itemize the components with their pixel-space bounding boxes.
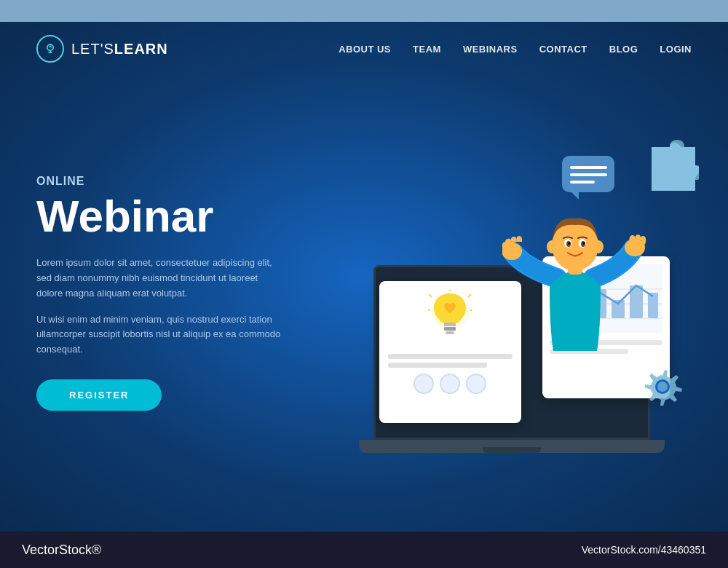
bottom-bar: VectorStock® VectorStock.com/43460351	[0, 532, 728, 568]
svg-point-39	[657, 382, 668, 392]
logo-text: LET'SLEARN	[71, 41, 168, 58]
chat-bubble-icon	[561, 154, 619, 205]
watermark-left: VectorStock®	[22, 543, 101, 558]
laptop-base	[359, 440, 665, 453]
logo-icon	[36, 35, 64, 63]
nav-webinars[interactable]: WEBINARS	[463, 44, 518, 55]
svg-rect-19	[444, 327, 456, 331]
person-illustration	[502, 184, 648, 424]
svg-point-35	[583, 242, 585, 245]
nav-login[interactable]: LOGIN	[660, 44, 692, 55]
gear-settings-icon	[641, 363, 684, 409]
svg-rect-16	[648, 293, 658, 318]
hero-subtitle: ONLINE	[36, 175, 331, 188]
svg-point-37	[593, 240, 604, 253]
puzzle-icon	[644, 140, 699, 197]
svg-rect-20	[446, 331, 454, 334]
logo: LET'SLEARN	[36, 35, 168, 63]
navbar: LET'SLEARN ABOUT US TEAM WEBINARS CONTAC…	[0, 22, 728, 76]
hero-section: ONLINE Webinar Lorem ipsum dolor sit ame…	[0, 76, 728, 532]
svg-line-23	[468, 294, 471, 297]
nav-about[interactable]: ABOUT US	[339, 44, 391, 55]
main-section: LET'SLEARN ABOUT US TEAM WEBINARS CONTAC…	[0, 22, 728, 532]
hero-left: ONLINE Webinar Lorem ipsum dolor sit ame…	[36, 175, 331, 411]
nav-blog[interactable]: BLOG	[609, 44, 638, 55]
svg-point-34	[569, 242, 571, 245]
nav-links: ABOUT US TEAM WEBINARS CONTACT BLOG LOGI…	[339, 44, 692, 55]
svg-rect-18	[444, 323, 456, 326]
register-button[interactable]: REGISTER	[36, 379, 162, 411]
hero-desc1: Lorem ipsum dolor sit amet, consectetuer…	[36, 256, 284, 301]
top-bar	[0, 0, 728, 22]
hero-title: Webinar	[36, 192, 331, 241]
svg-line-22	[429, 294, 432, 297]
watermark-right: VectorStock.com/43460351	[582, 544, 706, 556]
hero-desc2: Ut wisi enim ad minim veniam, quis nostr…	[36, 312, 284, 358]
hero-illustration	[331, 118, 692, 468]
nav-team[interactable]: TEAM	[413, 44, 441, 55]
nav-contact[interactable]: CONTACT	[539, 44, 587, 55]
svg-point-36	[547, 240, 557, 253]
